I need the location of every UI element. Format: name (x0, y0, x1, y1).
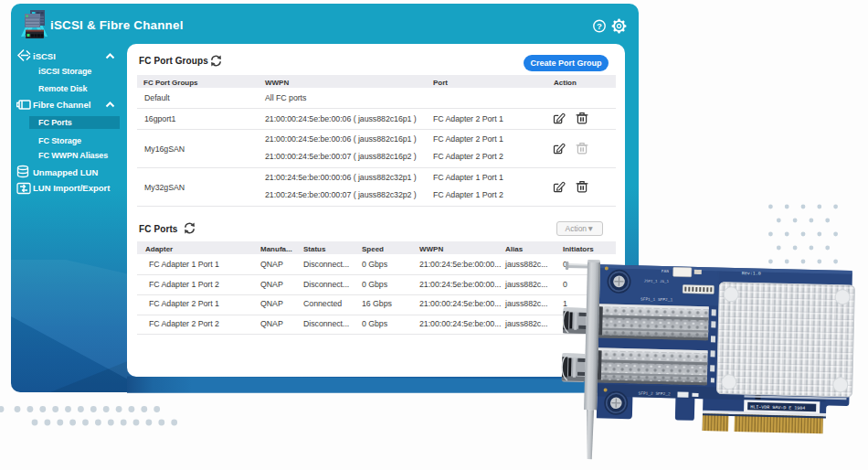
svg-text:SFP1_2 SFP2_2: SFP1_2 SFP2_2 (638, 390, 671, 396)
svg-text:Rev:1.0: Rev:1.0 (742, 271, 761, 277)
svg-text:FAN: FAN (662, 269, 670, 273)
svg-text:JSPI_1 J5_1: JSPI_1 J5_1 (643, 280, 669, 284)
svg-text:SFP1_1 SFP2_1: SFP1_1 SFP2_1 (640, 296, 673, 302)
svg-text:?: ? (597, 21, 602, 31)
